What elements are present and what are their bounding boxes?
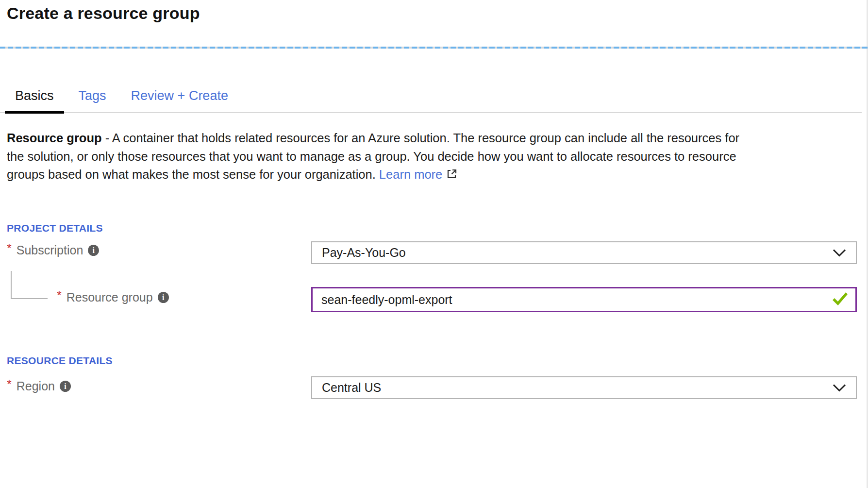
required-asterisk: * (57, 288, 62, 303)
description-lead: Resource group (7, 131, 102, 145)
resource-group-field (311, 287, 857, 312)
dashed-divider (0, 47, 868, 49)
indent-connector-vertical (11, 271, 12, 299)
tabbar: Basics Tags Review + Create (0, 86, 862, 113)
region-label: * Region i (7, 379, 71, 393)
valid-check-icon (832, 292, 849, 307)
indent-connector-horizontal (11, 298, 48, 299)
resource-group-description: Resource group - A container that holds … (7, 129, 743, 185)
subscription-dropdown[interactable]: Pay-As-You-Go (311, 241, 857, 264)
page-title: Create a resource group (7, 4, 200, 23)
section-resource-details: RESOURCE DETAILS (7, 355, 113, 367)
resource-group-input[interactable] (313, 288, 855, 311)
required-asterisk: * (7, 241, 12, 255)
resource-group-label-text: Resource group (67, 290, 153, 304)
info-icon[interactable]: i (158, 292, 169, 303)
region-value: Central US (322, 381, 381, 395)
chevron-down-icon (833, 381, 846, 395)
tab-review-create[interactable]: Review + Create (121, 86, 238, 114)
external-link-icon (446, 167, 458, 185)
required-asterisk: * (7, 377, 12, 391)
region-label-text: Region (17, 379, 55, 393)
resource-group-label: * Resource group i (57, 290, 169, 304)
subscription-label-text: Subscription (17, 243, 83, 257)
region-dropdown[interactable]: Central US (311, 376, 857, 399)
info-icon[interactable]: i (88, 245, 99, 256)
chevron-down-icon (833, 246, 846, 260)
subscription-label: * Subscription i (7, 243, 99, 257)
description-body: - A container that holds related resourc… (7, 131, 739, 181)
learn-more-link[interactable]: Learn more (379, 168, 442, 181)
subscription-value: Pay-As-You-Go (322, 246, 406, 260)
section-project-details: PROJECT DETAILS (7, 222, 103, 234)
tab-tags[interactable]: Tags (68, 86, 117, 114)
info-icon[interactable]: i (60, 381, 71, 392)
tab-basics[interactable]: Basics (5, 86, 64, 114)
